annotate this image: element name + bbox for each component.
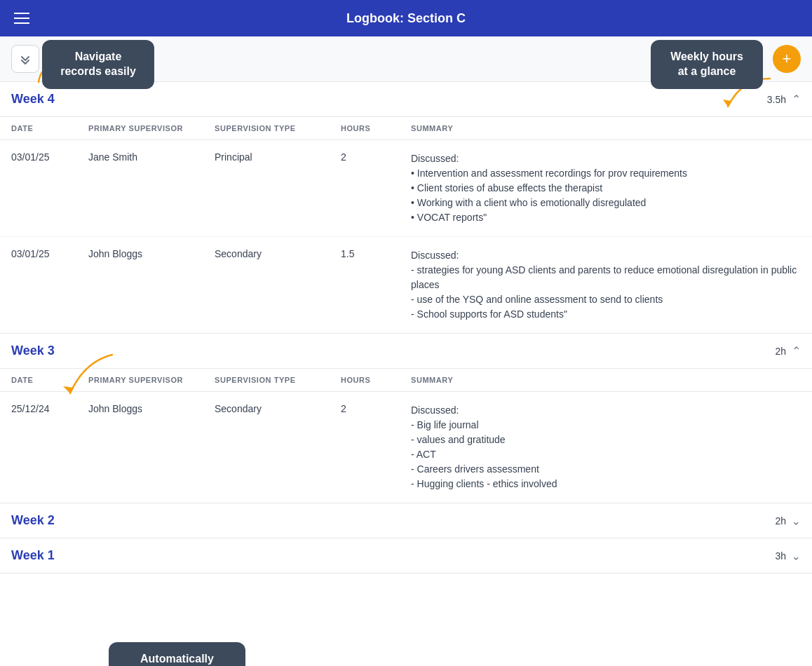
table-row: 03/01/25 Jane Smith Principal 2 Discusse…	[0, 140, 812, 237]
menu-icon[interactable]	[14, 13, 29, 24]
collapse-button[interactable]	[11, 45, 39, 73]
week1-hours-value: 3h	[775, 550, 786, 562]
week2-hours-value: 2h	[775, 515, 786, 526]
tooltip-auto-organized: Automatically organized weeks and record…	[109, 642, 245, 666]
week4-title: Week 4	[11, 92, 55, 107]
week-section-week1: Week 1 3h ⌃	[0, 538, 812, 573]
col-header-summary: SUMMARY	[400, 369, 812, 392]
col-header-date: DATE	[0, 369, 77, 392]
week3-chevron: ⌃	[792, 344, 801, 358]
week-section-week4: Week 4 3.5h ⌃ DATE PRIMARY SUPERVISOR SU…	[0, 82, 812, 334]
week3-hours-value: 2h	[775, 346, 786, 357]
week3-table: DATE PRIMARY SUPERVISOR SUPERVISION TYPE…	[0, 368, 812, 503]
week4-table-header: DATE PRIMARY SUPERVISOR SUPERVISION TYPE…	[0, 117, 812, 140]
record-date: 25/12/24	[0, 392, 77, 503]
record-hours: 1.5	[330, 237, 400, 334]
week1-hours: 3h ⌃	[775, 549, 801, 562]
col-header-hours: HOURS	[330, 117, 400, 140]
col-header-type: SUPERVISION TYPE	[203, 369, 330, 392]
week-section-week2: Week 2 2h ⌃	[0, 503, 812, 538]
week2-header[interactable]: Week 2 2h ⌃	[0, 503, 812, 538]
app-header: Logbook: Section C	[0, 0, 812, 36]
app-container: Logbook: Section C Navigate records easi…	[0, 0, 812, 666]
record-supervisor: John Bloggs	[77, 392, 203, 503]
week1-header[interactable]: Week 1 3h ⌃	[0, 538, 812, 573]
main-content: Navigate records easily Weekly hours at …	[0, 36, 812, 666]
record-date: 03/01/25	[0, 237, 77, 334]
record-type: Secondary	[203, 237, 330, 334]
week-section-week3: Week 3 2h ⌃ DATE PRIMARY SUPERVISOR SUPE…	[0, 334, 812, 503]
record-supervisor: John Bloggs	[77, 237, 203, 334]
app-title: Logbook: Section C	[346, 11, 466, 26]
record-hours: 2	[330, 140, 400, 237]
col-header-date: DATE	[0, 117, 77, 140]
col-header-hours: HOURS	[330, 369, 400, 392]
week3-hours: 2h ⌃	[775, 344, 801, 358]
week4-hours-value: 3.5h	[767, 94, 786, 105]
weeks-container: Week 4 3.5h ⌃ DATE PRIMARY SUPERVISOR SU…	[0, 82, 812, 573]
record-summary: Discussed:• Intervention and assessment …	[400, 140, 812, 237]
col-header-type: SUPERVISION TYPE	[203, 117, 330, 140]
add-record-button[interactable]: +	[773, 45, 801, 73]
record-summary: Discussed:- strategies for young ASD cli…	[400, 237, 812, 334]
record-hours: 2	[330, 392, 400, 503]
week1-title: Week 1	[11, 548, 55, 563]
table-row: 03/01/25 John Bloggs Secondary 1.5 Discu…	[0, 237, 812, 334]
week4-hours: 3.5h ⌃	[767, 93, 801, 106]
week1-chevron: ⌃	[792, 549, 801, 562]
toolbar: Navigate records easily Weekly hours at …	[0, 36, 812, 82]
tooltip-navigate: Navigate records easily	[42, 40, 154, 89]
record-summary: Discussed:- Big life journal- values and…	[400, 392, 812, 503]
week2-title: Week 2	[11, 513, 55, 528]
tooltip-weekly: Weekly hours at a glance	[651, 40, 763, 89]
record-supervisor: Jane Smith	[77, 140, 203, 237]
record-date: 03/01/25	[0, 140, 77, 237]
col-header-supervisor: PRIMARY SUPERVISOR	[77, 369, 203, 392]
record-type: Principal	[203, 140, 330, 237]
col-header-summary: SUMMARY	[400, 117, 812, 140]
col-header-supervisor: PRIMARY SUPERVISOR	[77, 117, 203, 140]
table-row: 25/12/24 John Bloggs Secondary 2 Discuss…	[0, 392, 812, 503]
week2-chevron: ⌃	[792, 514, 801, 527]
record-type: Secondary	[203, 392, 330, 503]
week4-table: DATE PRIMARY SUPERVISOR SUPERVISION TYPE…	[0, 116, 812, 333]
week3-table-header: DATE PRIMARY SUPERVISOR SUPERVISION TYPE…	[0, 369, 812, 392]
week3-title: Week 3	[11, 344, 55, 358]
week2-hours: 2h ⌃	[775, 514, 801, 527]
week3-header[interactable]: Week 3 2h ⌃	[0, 334, 812, 368]
week4-chevron: ⌃	[792, 93, 801, 106]
